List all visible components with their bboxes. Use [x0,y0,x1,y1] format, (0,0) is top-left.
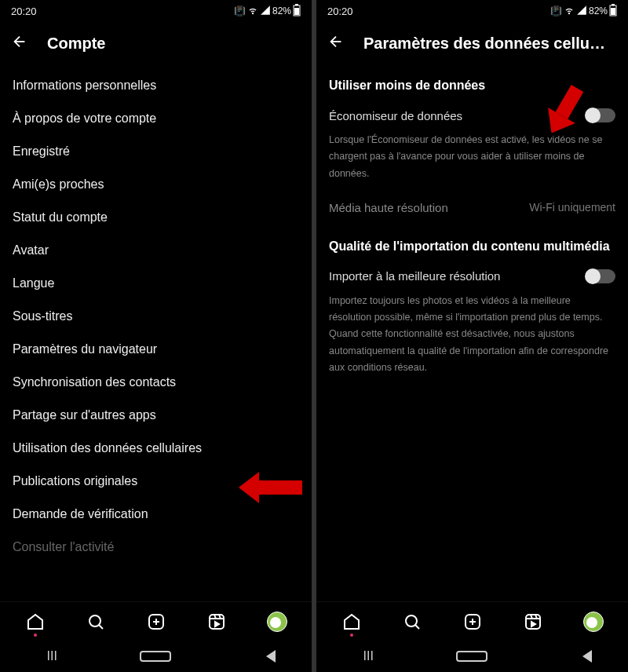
menu-captions[interactable]: Sous-titres [13,300,299,333]
sys-home[interactable] [456,651,487,662]
svg-rect-9 [612,4,615,5]
data-saver-label: Économiseur de données [329,109,462,122]
best-res-toggle[interactable] [586,269,615,283]
back-icon[interactable] [11,33,28,53]
svg-rect-10 [611,8,615,15]
status-right: 📳 82% [550,4,617,19]
row-best-resolution[interactable]: Importer à la meilleure résolution [329,261,615,291]
nav-create-icon[interactable] [146,612,166,632]
data-saver-toggle[interactable] [586,108,615,122]
nav-reels-icon[interactable] [206,612,227,632]
svg-point-0 [252,13,253,13]
mute-icon: 📳 [550,5,562,16]
wifi-icon [564,5,575,18]
svg-point-4 [89,615,100,626]
status-right: 📳 82% [234,4,301,19]
high-res-label: Média haute résolution [329,201,448,214]
svg-point-7 [568,13,569,13]
status-bar: 20:20 📳 82% [316,0,628,22]
header: Compte [0,22,312,69]
nav-home-icon[interactable] [25,612,46,632]
section-upload-quality: Qualité de l'importation du contenu mult… [329,222,615,261]
svg-rect-6 [210,615,224,629]
menu-original-posts[interactable]: Publications originales [13,465,299,498]
section-use-less-data: Utiliser moins de données [329,69,615,100]
nav-profile-avatar[interactable] [583,612,604,632]
phone-right-cellular: 20:20 📳 82% Paramètres des données cellu… [316,0,628,672]
page-title: Paramètres des données cellu… [363,35,617,53]
menu-avatar[interactable]: Avatar [13,234,299,267]
bottom-nav [316,601,628,641]
data-saver-desc: Lorsque l'Économiseur de données est act… [329,130,615,193]
system-nav: III [316,641,628,672]
nav-home-dot [350,634,353,637]
signal-icon [576,5,587,18]
menu-contact-sync[interactable]: Synchronisation des contacts [13,366,299,399]
account-menu: Informations personnelles À propos de vo… [0,69,312,601]
page-title: Compte [47,35,301,53]
signal-icon [260,5,271,18]
menu-language[interactable]: Langue [13,267,299,300]
wifi-icon [247,5,258,18]
back-icon[interactable] [327,33,345,53]
menu-cellular-data[interactable]: Utilisation des données cellulaires [13,432,299,465]
header: Paramètres des données cellu… [316,22,628,69]
best-res-desc: Importez toujours les photos et les vidé… [329,291,615,387]
battery-icon [609,4,617,19]
bottom-nav [0,601,312,641]
nav-home-icon[interactable] [341,612,362,632]
system-nav: III [0,641,312,672]
high-res-value: Wi-Fi uniquement [529,201,615,214]
status-bar: 20:20 📳 82% [0,0,312,22]
mute-icon: 📳 [234,5,246,16]
nav-profile-avatar[interactable] [267,612,287,632]
sys-recents[interactable]: III [36,649,68,663]
sys-back[interactable] [560,650,592,663]
status-time: 20:20 [327,5,353,17]
nav-create-icon[interactable] [462,612,483,632]
svg-rect-2 [295,4,298,5]
menu-saved[interactable]: Enregistré [13,135,299,168]
battery-percent: 82% [272,5,291,16]
menu-close-friends[interactable]: Ami(e)s proches [13,168,299,201]
svg-point-11 [406,615,417,626]
best-res-label: Importer à la meilleure résolution [329,269,500,283]
nav-search-icon[interactable] [402,612,422,632]
phone-left-account: 20:20 📳 82% Compte Informations personne… [0,0,312,672]
nav-home-dot [34,634,37,637]
sys-back[interactable] [244,650,276,663]
menu-share-other-apps[interactable]: Partage sur d'autres apps [13,399,299,432]
sys-home[interactable] [140,651,171,662]
menu-about-account[interactable]: À propos de votre compte [13,102,299,135]
row-high-res-media: Média haute résolution Wi-Fi uniquement [329,193,615,222]
battery-icon [293,4,301,19]
menu-verification[interactable]: Demande de vérification [13,498,299,531]
menu-account-status[interactable]: Statut du compte [13,201,299,234]
svg-rect-3 [294,8,299,15]
status-time: 20:20 [11,5,37,17]
menu-personal-info[interactable]: Informations personnelles [13,69,299,102]
svg-rect-13 [526,615,540,629]
menu-activity[interactable]: Consulter l'activité [13,531,299,564]
row-data-saver[interactable]: Économiseur de données [329,100,615,130]
sys-recents[interactable]: III [352,649,384,663]
menu-browser-settings[interactable]: Paramètres du navigateur [13,333,299,366]
cellular-settings: Utiliser moins de données Économiseur de… [316,69,628,601]
nav-search-icon[interactable] [86,612,106,632]
battery-percent: 82% [589,5,608,16]
nav-reels-icon[interactable] [523,612,543,632]
